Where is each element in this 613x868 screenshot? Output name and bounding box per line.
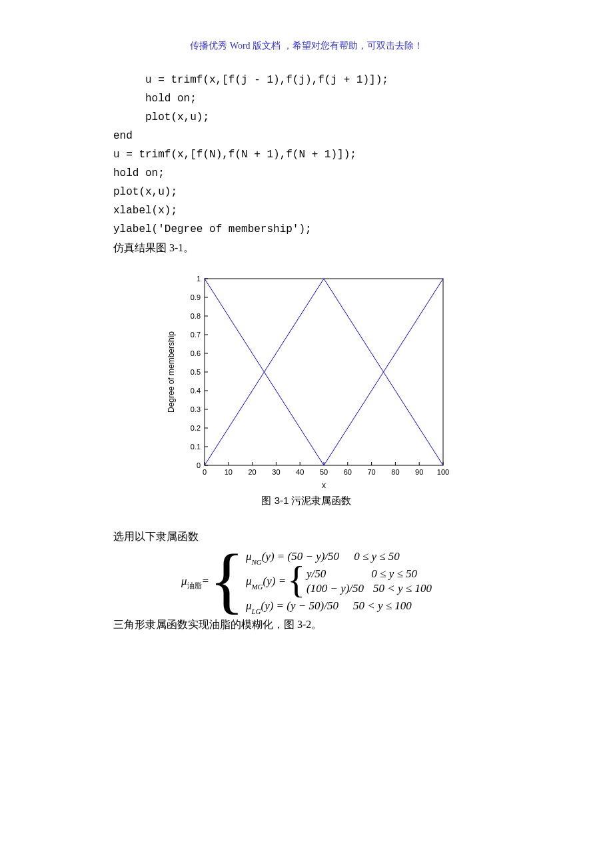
formula-expr: (y) = (y − 50)/50 (261, 599, 338, 613)
formula-lhs: μ 油脂 (181, 575, 202, 588)
svg-text:10: 10 (225, 468, 233, 476)
svg-text:0.7: 0.7 (191, 331, 201, 339)
formula-block: μ 油脂 = { μNG (y) = (50 − y)/50 0 ≤ y ≤ 5… (0, 550, 613, 613)
svg-text:x: x (322, 481, 326, 490)
code-line: u = trimf(x,[f(j - 1),f(j),f(j + 1)]); (113, 71, 526, 89)
membership-chart: 010203040506070809010000.10.20.30.40.50.… (163, 272, 450, 492)
formula-cond: 0 ≤ y ≤ 50 (354, 550, 400, 563)
svg-text:0.3: 0.3 (191, 405, 201, 413)
svg-text:0.9: 0.9 (191, 293, 201, 301)
mu-subscript: LG (251, 607, 261, 615)
svg-text:60: 60 (344, 468, 352, 476)
page: 传播优秀 Word 版文档 ，希望对您有帮助，可双击去除！ u = trimf(… (0, 0, 613, 868)
formula-row: μLG (y) = (y − 50)/50 50 < y ≤ 100 (246, 599, 432, 613)
formula-expr: (100 − y)/50 (306, 582, 364, 595)
chart-caption: 图 3-1 污泥隶属函数 (0, 495, 613, 507)
svg-text:0.5: 0.5 (191, 368, 201, 376)
svg-text:40: 40 (296, 468, 304, 476)
formula-cond: 50 < y ≤ 100 (353, 599, 412, 613)
formula-row: μNG (y) = (50 − y)/50 0 ≤ y ≤ 50 (246, 550, 432, 563)
mu-subscript: NG (251, 558, 261, 566)
content-block-3: 三角形隶属函数实现油脂的模糊化，图 3-2。 (0, 615, 613, 634)
header-note: 传播优秀 Word 版文档 ，希望对您有帮助，可双击去除！ (0, 40, 613, 52)
code-line: xlabel(x); (113, 201, 526, 220)
mu-subscript: 油脂 (187, 581, 202, 591)
text-tri-note: 三角形隶属函数实现油脂的模糊化，图 3-2。 (113, 615, 526, 634)
formula-row: μMG (y) = { y/50 0 ≤ y ≤ 50 (100 − y)/50… (246, 567, 432, 595)
svg-text:70: 70 (367, 468, 375, 476)
svg-text:0.8: 0.8 (191, 312, 201, 320)
formula-expr: (y) = (263, 575, 287, 588)
equals: = (202, 575, 209, 588)
svg-text:20: 20 (248, 468, 256, 476)
svg-text:50: 50 (320, 468, 328, 476)
code-line: ylabel('Degree of membership'); (113, 220, 526, 239)
mu-subscript: MG (251, 583, 263, 591)
svg-text:0: 0 (203, 468, 207, 476)
code-line: hold on; (113, 164, 526, 183)
chart-svg: 010203040506070809010000.10.20.30.40.50.… (163, 272, 450, 492)
svg-text:0: 0 (197, 461, 201, 469)
mu-symbol: μ (181, 575, 187, 588)
text-sim-result: 仿真结果图 3-1。 (113, 239, 526, 257)
svg-text:80: 80 (391, 468, 399, 476)
formula-cond: 0 ≤ y ≤ 50 (371, 567, 417, 581)
svg-rect-0 (205, 279, 443, 465)
svg-text:0.6: 0.6 (191, 349, 201, 357)
svg-text:100: 100 (437, 468, 449, 476)
svg-text:0.1: 0.1 (191, 443, 201, 451)
left-brace-icon: { (209, 552, 245, 608)
svg-text:90: 90 (415, 468, 423, 476)
code-line: plot(x,u); (113, 108, 526, 127)
svg-text:0.4: 0.4 (191, 387, 201, 395)
code-line: plot(x,u); (113, 183, 526, 201)
code-line: hold on; (113, 89, 526, 108)
svg-text:Degree of membership: Degree of membership (167, 331, 176, 413)
text-select-fn: 选用以下隶属函数 (113, 527, 526, 546)
formula-expr: y/50 (306, 567, 326, 581)
svg-text:0.2: 0.2 (191, 424, 201, 432)
code-line: end (113, 127, 526, 145)
content-block: u = trimf(x,[f(j - 1),f(j),f(j + 1)]); h… (0, 71, 613, 257)
formula-rows: μNG (y) = (50 − y)/50 0 ≤ y ≤ 50 μMG (y)… (246, 550, 432, 613)
svg-text:1: 1 (197, 275, 201, 283)
left-brace-icon: { (287, 567, 305, 593)
content-block-2: 选用以下隶属函数 (0, 527, 613, 546)
code-line: u = trimf(x,[f(N),f(N + 1),f(N + 1)]); (113, 145, 526, 164)
svg-text:30: 30 (272, 468, 280, 476)
formula-cond: 50 < y ≤ 100 (373, 582, 432, 595)
